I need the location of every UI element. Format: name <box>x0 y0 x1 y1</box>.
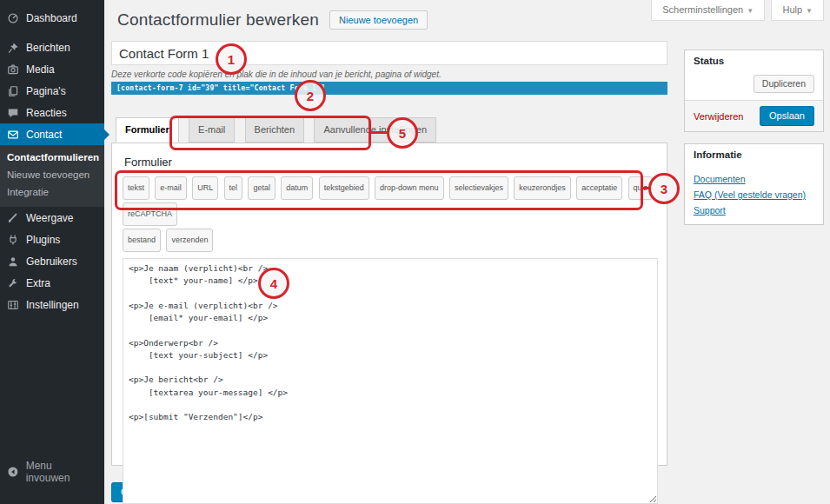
tag-button-tekstgebied[interactable]: tekstgebied <box>319 176 369 200</box>
tab-email[interactable]: E-mail <box>189 117 235 143</box>
sidebar-item-label: Dashboard <box>26 12 77 24</box>
sidebar-item-media[interactable]: Media <box>0 58 104 80</box>
submenu-item-nieuwe-toevoegen[interactable]: Nieuwe toevoegen <box>0 166 104 183</box>
tag-button-selectievakjes[interactable]: selectievakjes <box>449 176 508 200</box>
tag-button-verzenden[interactable]: verzenden <box>166 229 213 252</box>
collapse-menu-button[interactable]: Menu invouwen <box>0 455 104 488</box>
editor-tabs: Formulier E-mail Berichten Aanvullende i… <box>111 116 667 143</box>
tag-button-dropdown[interactable]: drop-down menu <box>375 176 444 200</box>
user-icon <box>7 255 19 268</box>
tab-berichten[interactable]: Berichten <box>245 117 304 143</box>
tag-button-keuzerondjes[interactable]: keuzerondjes <box>514 176 571 200</box>
page-title: Contactformulier bewerken <box>117 10 319 30</box>
sidebar-item-label: Pagina's <box>26 85 66 97</box>
tag-button-datum[interactable]: datum <box>281 176 313 200</box>
sidebar-item-berichten[interactable]: Berichten <box>0 36 104 58</box>
duplicate-button[interactable]: Dupliceren <box>754 75 814 93</box>
sidebar-item-label: Extra <box>26 277 50 289</box>
tag-button-recaptcha[interactable]: reCAPTCHA <box>123 202 177 226</box>
sidebar-item-label: Weergave <box>26 212 73 224</box>
sidebar-item-label: Gebruikers <box>26 255 77 268</box>
form-template-editor[interactable]: <p>Je naam (verplicht)<br /> [text* your… <box>123 258 658 504</box>
form-title-input[interactable] <box>111 41 667 65</box>
envelope-icon <box>7 129 19 141</box>
tab-aanvullende-instellingen[interactable]: Aanvullende instellingen <box>314 117 436 143</box>
docs-link[interactable]: Documenten <box>694 174 814 184</box>
sidebar-item-label: Media <box>26 63 55 76</box>
sidebar-item-label: Contact <box>26 129 62 141</box>
sidebar-item-label: Instellingen <box>26 299 79 311</box>
pages-icon <box>7 85 19 97</box>
sidebar-item-contact[interactable]: Contact <box>0 123 104 145</box>
info-box-title: Informatie <box>685 144 823 165</box>
panel-title: Formulier <box>124 156 656 169</box>
sidebar-item-dashboard[interactable]: Dashboard <box>0 7 104 29</box>
tag-button-tekst[interactable]: tekst <box>123 176 149 200</box>
sidebar-item-label: Plugins <box>26 234 60 246</box>
shortcode-hint: Deze verkorte code kopiëren en plak die … <box>111 70 667 79</box>
wrench-icon <box>7 277 19 289</box>
add-new-button[interactable]: Nieuwe toevoegen <box>329 10 428 30</box>
shortcode-bar[interactable]: [contact-form-7 id="39" title="Contact F… <box>111 82 667 95</box>
help-button[interactable]: Hulp▼ <box>771 0 824 21</box>
dashboard-icon <box>7 12 19 24</box>
contact-submenu: Contactformulieren Nieuwe toevoegen Inte… <box>0 145 104 207</box>
media-icon <box>7 63 19 76</box>
submenu-item-contactformulieren[interactable]: Contactformulieren <box>0 149 104 166</box>
sidebar-item-gebruikers[interactable]: Gebruikers <box>0 250 104 272</box>
active-menu-arrow <box>104 129 110 140</box>
screen-options-button[interactable]: Scherminstellingen▼ <box>651 0 765 21</box>
status-box: Status Dupliceren Verwijderen Opslaan <box>684 50 824 132</box>
tag-button-tel[interactable]: tel <box>224 176 243 200</box>
brush-icon <box>7 212 19 224</box>
sidebar-item-weergave[interactable]: Weergave <box>0 207 104 229</box>
admin-sidebar: Dashboard Berichten Media Pagina's React… <box>0 0 104 504</box>
tag-generator-row-2: bestand verzenden <box>123 229 656 255</box>
tab-formulier[interactable]: Formulier <box>116 117 179 143</box>
tag-button-acceptatie[interactable]: acceptatie <box>576 176 622 200</box>
collapse-menu-label: Menu invouwen <box>26 460 97 484</box>
comments-icon <box>7 107 19 119</box>
tag-generator-row-1: tekst e-mail URL tel getal datum tekstge… <box>123 176 656 229</box>
sidebar-item-paginas[interactable]: Pagina's <box>0 80 104 102</box>
sidebar-item-extra[interactable]: Extra <box>0 272 104 294</box>
tag-button-getal[interactable]: getal <box>248 176 276 200</box>
delete-link[interactable]: Verwijderen <box>694 111 743 122</box>
pushpin-icon <box>7 42 19 54</box>
support-link[interactable]: Support <box>694 205 814 216</box>
side-column: Status Dupliceren Verwijderen Opslaan In… <box>684 50 824 236</box>
menu-separator <box>0 29 104 36</box>
sidebar-item-instellingen[interactable]: Instellingen <box>0 294 104 315</box>
sidebar-item-reacties[interactable]: Reacties <box>0 102 104 123</box>
chevron-down-icon: ▼ <box>806 7 813 15</box>
status-box-title: Status <box>685 50 823 71</box>
main-content: Contactformulier bewerken Nieuwe toevoeg… <box>111 0 667 502</box>
submenu-item-integratie[interactable]: Integratie <box>0 183 104 201</box>
collapse-icon <box>7 466 19 478</box>
sidebar-item-label: Berichten <box>26 42 70 54</box>
screen-meta: Scherminstellingen▼ Hulp▼ <box>647 0 824 21</box>
chevron-down-icon: ▼ <box>747 7 754 15</box>
sidebar-item-plugins[interactable]: Plugins <box>0 229 104 250</box>
tag-button-url[interactable]: URL <box>192 176 218 200</box>
form-panel: Formulier tekst e-mail URL tel getal dat… <box>111 143 667 466</box>
sidebar-item-label: Reacties <box>26 107 67 119</box>
tag-button-email[interactable]: e-mail <box>155 176 187 200</box>
info-box: Informatie Documenten FAQ (Veel gestelde… <box>684 143 824 225</box>
plug-icon <box>7 234 19 246</box>
tag-button-bestand[interactable]: bestand <box>123 229 161 252</box>
save-button-sidebar[interactable]: Opslaan <box>760 106 814 126</box>
tag-button-quiz[interactable]: quiz <box>628 176 654 200</box>
settings-icon <box>7 299 19 311</box>
faq-link[interactable]: FAQ (Veel gestelde vragen) <box>694 189 814 200</box>
